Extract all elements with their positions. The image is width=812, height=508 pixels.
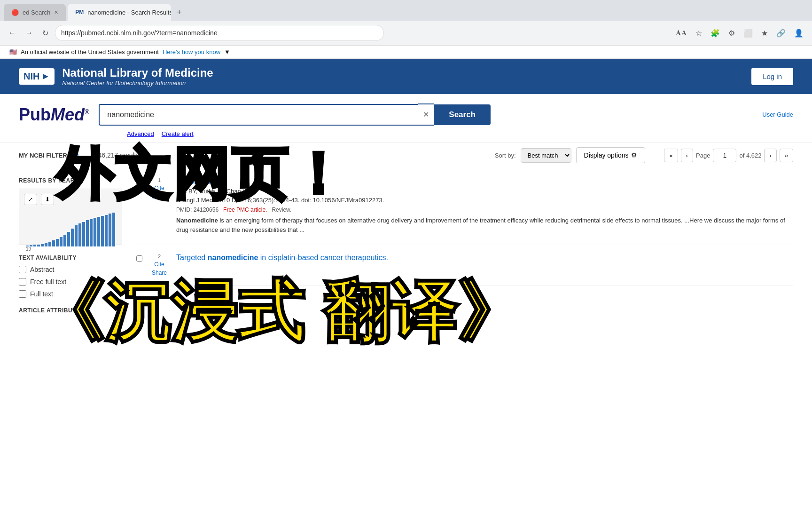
main-content: RESULTS BY YEAR ⤢ ⬇ 19 TEXT AVAILABILITY…	[0, 168, 812, 318]
result-authors-1: Kim BY, Rutka JT, Chan WC.	[176, 188, 793, 195]
nih-center-name: National Center for Biotechnology Inform…	[62, 79, 213, 87]
profile-btn[interactable]: 👤	[791, 26, 806, 40]
login-button[interactable]: Log in	[751, 68, 793, 85]
ncbi-filters-link[interactable]: ↗	[74, 152, 79, 159]
pubmed-med-text: Med	[51, 105, 85, 124]
result-checkbox-1[interactable]	[136, 177, 142, 234]
tab-label-active: nanomedicine - Search Results -	[87, 9, 171, 16]
chart-bar	[56, 239, 59, 246]
tab-favicon: 🔴	[11, 9, 19, 16]
download-chart-btn[interactable]: ⬇	[41, 194, 54, 205]
share-button-1[interactable]: Share	[152, 193, 167, 200]
cite-button-2[interactable]: Cite	[154, 261, 164, 268]
display-options-button[interactable]: Display options ⚙	[576, 147, 646, 163]
results-controls: MY NCBI FILTERS ↗ 46,217 results Sort by…	[0, 142, 812, 168]
chart-bar	[112, 213, 115, 246]
chart-bar	[45, 243, 47, 246]
result-content-2: Targeted nanomedicine in cisplatin-based…	[176, 254, 793, 276]
forward-button[interactable]: →	[23, 26, 36, 40]
chart-bar	[94, 218, 96, 246]
free-pmc-badge-1[interactable]: Free PMC article.	[223, 206, 267, 213]
abstract-checkbox[interactable]	[19, 266, 26, 273]
chart-bar	[78, 223, 81, 247]
next-page-button[interactable]: ›	[764, 149, 776, 162]
split-view-btn[interactable]: ⬜	[741, 26, 756, 40]
full-text-filter[interactable]: Full text	[19, 290, 122, 298]
share-button-2[interactable]: Share	[152, 270, 167, 276]
address-bar: ← → ↻ 𝐀𝐀 ☆ 🧩 ⚙ ⬜ ★ 🔗 👤	[0, 21, 812, 45]
abstract-text-1: is an emerging form of therapy that focu…	[176, 217, 785, 233]
tab-inactive[interactable]: 🔴 ed Search ✕	[4, 4, 66, 21]
abstract-label: Abstract	[30, 266, 54, 273]
nih-title: National Library of Medicine National Ce…	[62, 66, 213, 87]
sort-select[interactable]: Best match	[521, 148, 571, 163]
result-journal-1: N Engl J Med. 2010 Dec 16;363(25):2434-4…	[176, 197, 793, 204]
bar-chart	[24, 209, 117, 246]
address-input[interactable]	[55, 25, 384, 41]
collections-btn[interactable]: 🔗	[773, 26, 789, 40]
abstract-filter[interactable]: Abstract	[19, 266, 122, 273]
pubmed-logo: PubMed®	[19, 105, 89, 125]
cite-button-1[interactable]: Cite	[154, 185, 164, 191]
select-result-2[interactable]	[136, 255, 142, 262]
chart-bar	[48, 242, 51, 246]
create-alert-link[interactable]: Create alert	[162, 130, 194, 137]
chart-bar	[82, 222, 85, 246]
chart-bar	[60, 237, 62, 246]
search-clear-button[interactable]: ✕	[418, 103, 434, 126]
bookmark-btn[interactable]: ☆	[693, 26, 705, 40]
result-number-2: 2	[158, 254, 161, 259]
free-full-text-filter[interactable]: Free full text	[19, 278, 122, 286]
chart-bar	[101, 216, 104, 246]
tab-active[interactable]: PM nanomedicine - Search Results - ✕	[68, 4, 171, 21]
user-guide-link[interactable]: User Guide	[762, 111, 793, 118]
browser-chrome: 🔴 ed Search ✕ PM nanomedicine - Search R…	[0, 0, 812, 46]
nih-brand: NIH ► National Library of Medicine Natio…	[19, 66, 213, 87]
result-content-1: Nanomedicine. Kim BY, Rutka JT, Chan WC.…	[176, 177, 793, 234]
pubmed-pub-text: Pub	[19, 105, 51, 124]
back-button[interactable]: ←	[6, 26, 19, 40]
prev-page-button[interactable]: ‹	[681, 149, 693, 162]
abstract-bold-term: Nanomedicine	[176, 217, 218, 224]
select-result-1[interactable]	[136, 179, 142, 185]
flag-icon: 🇺🇸	[9, 48, 17, 56]
search-button[interactable]: Search	[434, 104, 491, 125]
ncbi-filters-label: MY NCBI FILTERS	[19, 152, 71, 159]
chart-bar	[52, 240, 55, 246]
sidebar: RESULTS BY YEAR ⤢ ⬇ 19 TEXT AVAILABILITY…	[19, 168, 122, 318]
page-label: Page	[696, 152, 710, 159]
chart-bar	[109, 214, 111, 246]
advanced-search-link[interactable]: Advanced	[127, 130, 154, 137]
result-title-2[interactable]: Targeted nanomedicine in cisplatin-based…	[176, 254, 793, 262]
result-title-1[interactable]: Nanomedicine.	[176, 177, 793, 186]
reload-button[interactable]: ↻	[39, 26, 51, 40]
result-number-1: 1	[158, 177, 161, 183]
last-page-button[interactable]: »	[780, 149, 793, 162]
favorites-btn[interactable]: ★	[758, 26, 771, 40]
nih-header: NIH ► National Library of Medicine Natio…	[0, 59, 812, 94]
tab-close-btn[interactable]: ✕	[54, 9, 58, 16]
text-availability-section: TEXT AVAILABILITY Abstract Free full tex…	[19, 254, 122, 298]
review-badge-1: Review.	[272, 206, 291, 213]
page-input[interactable]	[713, 149, 736, 162]
chart-bar	[75, 225, 78, 246]
extension-btn[interactable]: 🧩	[708, 26, 723, 40]
result-actions-2: 2 Cite Share	[150, 254, 169, 276]
read-aloud-btn[interactable]: 𝐀𝐀	[673, 26, 690, 40]
pagination: « ‹ Page of 4,622 › »	[664, 149, 793, 162]
result-checkbox-2[interactable]	[136, 254, 142, 276]
heres-how-link[interactable]: Here's how you know	[163, 48, 220, 56]
expand-chart-btn[interactable]: ⤢	[24, 194, 37, 205]
chart-bar	[105, 215, 108, 247]
new-tab-button[interactable]: +	[173, 6, 186, 19]
chart-bar	[97, 217, 100, 246]
tab-bar: 🔴 ed Search ✕ PM nanomedicine - Search R…	[0, 0, 812, 21]
chart-bar	[71, 229, 74, 246]
full-text-checkbox[interactable]	[19, 290, 26, 298]
results-list: 1 Cite Share Nanomedicine. Kim BY, Rutka…	[136, 168, 793, 318]
settings-btn[interactable]: ⚙	[726, 26, 738, 40]
chevron-down-icon: ▼	[224, 48, 230, 56]
first-page-button[interactable]: «	[664, 149, 678, 162]
free-full-text-checkbox[interactable]	[19, 278, 26, 286]
search-input[interactable]	[99, 104, 418, 126]
